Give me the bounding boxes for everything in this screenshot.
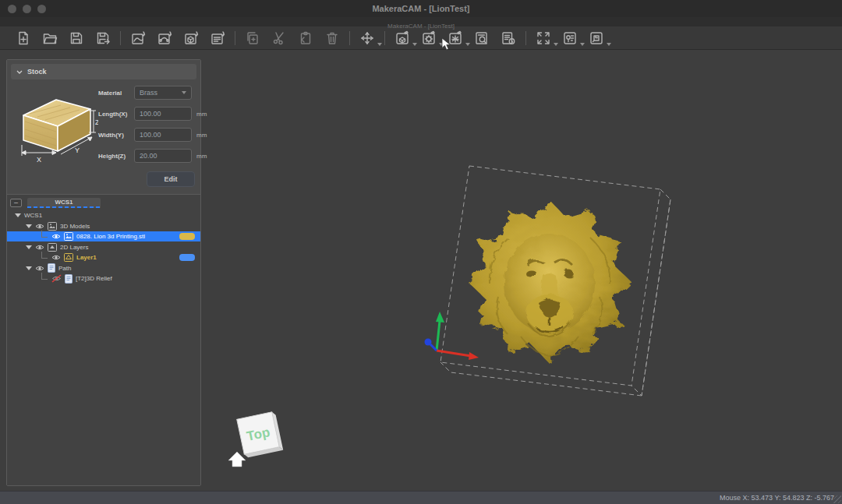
import-vector-icon — [130, 30, 146, 46]
tree-row-label: 3D Models — [60, 223, 90, 230]
expand-caret-icon[interactable] — [26, 266, 32, 270]
trash-icon — [324, 30, 340, 46]
left-sidebar: Stock — [6, 59, 201, 486]
width-y-unit: mm — [196, 132, 207, 139]
transform-move-button[interactable] — [358, 29, 377, 48]
tree-row-label: 2D Layers — [60, 244, 88, 251]
edit-stock-button[interactable]: Edit — [147, 171, 195, 187]
collapse-all-button[interactable]: – — [10, 199, 22, 207]
axis-gizmo — [425, 312, 479, 360]
length-x-input[interactable] — [134, 107, 192, 121]
paste-button[interactable] — [296, 29, 315, 48]
gcode-post-icon — [501, 30, 516, 46]
save-icon — [69, 30, 84, 46]
fit-view-button[interactable] — [534, 29, 553, 48]
lion-relief-model — [468, 200, 632, 364]
dropdown-caret-icon[interactable] — [607, 43, 611, 46]
stock-panel: Stock — [7, 60, 200, 194]
new-file-button[interactable] — [14, 29, 33, 48]
tree-row-3d-models[interactable]: 3D Models — [7, 221, 200, 231]
copy-button[interactable] — [243, 29, 262, 48]
expand-caret-icon[interactable] — [26, 224, 32, 228]
import-gcode-button[interactable] — [208, 29, 227, 48]
new-3d-texture-icon — [421, 30, 437, 46]
model-file-icon — [64, 232, 73, 241]
select-caret-icon — [182, 91, 186, 94]
width-y-input[interactable] — [134, 128, 192, 142]
import-gcode-icon — [210, 30, 225, 46]
export-project-icon — [589, 30, 604, 46]
dropdown-caret-icon[interactable] — [580, 43, 585, 46]
expand-caret-icon[interactable] — [15, 213, 21, 217]
tab-wcs1[interactable]: WCS1 — [27, 198, 101, 208]
stock-panel-header[interactable]: Stock — [11, 64, 196, 79]
gcode-post-button[interactable] — [499, 29, 518, 48]
path-doc-icon — [48, 263, 55, 273]
fit-view-icon — [536, 30, 551, 46]
main-toolbar — [0, 26, 842, 50]
expand-caret-icon[interactable] — [26, 245, 32, 249]
copy-icon — [245, 30, 260, 46]
new-file-icon — [16, 30, 31, 46]
new-3d-relief-icon — [394, 30, 410, 46]
stock-illustration: X Y Z — [11, 84, 98, 171]
import-vector-button[interactable] — [129, 29, 147, 48]
save-as-button[interactable] — [94, 29, 112, 48]
model-group-icon — [48, 222, 57, 231]
mouse-coordinates: Mouse X: 53.473 Y: 54.823 Z: -5.767 — [720, 494, 834, 502]
delete-button[interactable] — [323, 29, 341, 48]
tree-row-label: [T2]3D Relief — [76, 275, 112, 282]
tree-elbow-connector — [41, 252, 48, 259]
toolpath-preview-icon — [474, 30, 490, 46]
dropdown-caret-icon[interactable] — [377, 43, 382, 46]
dropdown-caret-icon[interactable] — [465, 43, 470, 46]
tree-row-layer1[interactable]: Layer1 — [7, 252, 200, 263]
height-z-input[interactable] — [134, 149, 192, 163]
visibility-eye-icon[interactable] — [35, 244, 44, 251]
import-curve-button[interactable] — [155, 29, 174, 48]
visibility-eye-icon[interactable] — [35, 265, 44, 272]
paste-icon — [298, 30, 313, 46]
material-select[interactable]: Brass — [134, 86, 192, 100]
cut-button[interactable] — [270, 29, 288, 48]
model-color-swatch[interactable] — [179, 233, 195, 240]
tree-elbow-connector — [41, 231, 48, 238]
length-x-unit: mm — [196, 111, 207, 118]
tree-elbow-connector — [41, 273, 48, 280]
save-as-icon — [95, 30, 111, 46]
tree-row-wcs1[interactable]: WCS1 — [7, 210, 200, 220]
visibility-eye-icon[interactable] — [51, 254, 61, 261]
new-3d-relief-button[interactable] — [393, 29, 412, 48]
height-z-label: Height(Z) — [98, 153, 134, 160]
transform-move-icon — [359, 30, 375, 46]
import-3d-model-button[interactable] — [182, 29, 200, 48]
tree-row-3d-relief-path[interactable]: [T2]3D Relief — [7, 273, 200, 284]
cut-icon — [271, 30, 287, 46]
layer-icon — [64, 253, 73, 262]
export-project-button[interactable] — [587, 29, 606, 48]
material-value: Brass — [140, 89, 157, 97]
app-window: MakeraCAM - [LionTest] MakeraCAM - [Lion… — [0, 0, 842, 504]
machine-control-icon — [562, 30, 578, 46]
tree-row-label: WCS1 — [24, 212, 42, 219]
visibility-eye-icon[interactable] — [35, 223, 44, 230]
view-home-arrow-icon[interactable] — [228, 452, 246, 467]
save-button[interactable] — [67, 29, 86, 48]
dropdown-caret-icon[interactable] — [412, 43, 417, 46]
layers-group-icon — [48, 243, 57, 252]
view-cube[interactable]: Top — [237, 411, 284, 458]
visibility-eye-icon[interactable] — [51, 233, 61, 240]
chevron-down-icon — [16, 70, 23, 74]
open-file-button[interactable] — [41, 29, 59, 48]
layer-color-swatch[interactable] — [179, 254, 195, 261]
tree-row-path[interactable]: Path — [7, 263, 200, 273]
visibility-eye-off-icon[interactable] — [51, 274, 62, 283]
machine-control-button[interactable] — [561, 29, 579, 48]
width-y-label: Width(Y) — [98, 132, 134, 139]
tree-row-lion-model[interactable]: 0828. Lion 3d Printing.stl — [7, 231, 200, 241]
tree-row-2d-layers[interactable]: 2D Layers — [7, 242, 200, 252]
new-3d-texture-button[interactable] — [419, 29, 438, 48]
resize-grip[interactable] — [833, 495, 841, 503]
toolpath-preview-button[interactable] — [472, 29, 491, 48]
dropdown-caret-icon[interactable] — [554, 43, 558, 46]
